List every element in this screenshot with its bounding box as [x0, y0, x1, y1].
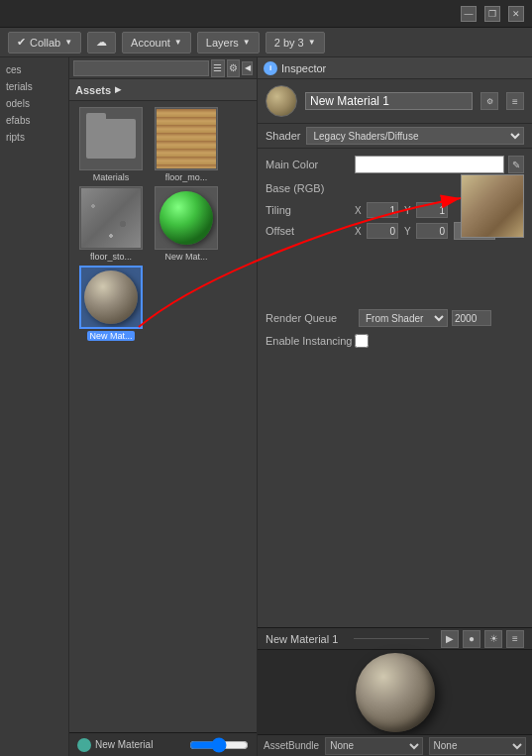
- inspector-body: Main Color ✎ Base (RGB) Tiling X: [258, 149, 532, 627]
- base-rgb-label: Base (RGB): [266, 182, 355, 194]
- base-rgb-section: Base (RGB) Tiling X Y Offset: [266, 178, 524, 240]
- assets-collapse-button[interactable]: ◀: [242, 61, 253, 75]
- inspector-panel: i Inspector ⚙ ≡ Shader Legacy Shaders/Di…: [258, 57, 532, 756]
- render-queue-label: Render Queue: [266, 312, 355, 324]
- sphere-green-icon: [160, 191, 213, 245]
- layout-arrow-icon: ▼: [308, 38, 316, 47]
- zoom-slider[interactable]: [189, 737, 249, 753]
- main-color-label: Main Color: [266, 159, 355, 170]
- inspector-header: i Inspector: [258, 57, 532, 79]
- new-material-icon: [77, 738, 91, 752]
- asset-label: New Mat...: [164, 252, 207, 262]
- layout-button[interactable]: 2 by 3 ▼: [266, 32, 325, 54]
- asset-thumb-green-sphere: [155, 186, 218, 250]
- asset-thumb-stone: [79, 186, 143, 250]
- toolbar: ✔ Collab ▼ ☁ Account ▼ Layers ▼ 2 by 3 ▼: [0, 28, 532, 57]
- sun-button[interactable]: ☀: [484, 630, 502, 648]
- material-inspect-button[interactable]: ⚙: [480, 92, 498, 110]
- left-sidebar: ces terials odels efabs ripts: [0, 57, 69, 756]
- inspector-header-label: Inspector: [281, 62, 326, 74]
- wood-texture-icon: [157, 109, 216, 168]
- asset-label: Materials: [93, 172, 130, 182]
- enable-instancing-label: Enable Instancing: [266, 335, 355, 347]
- asset-bundle-label: AssetBundle: [264, 740, 319, 751]
- sidebar-item-models[interactable]: odels: [0, 95, 68, 112]
- list-item[interactable]: New Mat...: [151, 186, 222, 262]
- layers-button[interactable]: Layers ▼: [197, 32, 260, 54]
- assets-expand-icon: ▶: [115, 85, 121, 94]
- assets-panel: ☰ ⚙ ◀ Assets ▶ Materials floor_mo...: [69, 57, 258, 756]
- collab-button[interactable]: ✔ Collab ▼: [8, 32, 81, 54]
- preview-controls: ▶ ● ☀ ≡: [441, 630, 524, 648]
- sidebar-item-materials[interactable]: terials: [0, 78, 68, 95]
- asset-bundle-select1[interactable]: None: [325, 737, 422, 755]
- list-item[interactable]: floor_mo...: [151, 107, 222, 182]
- offset-y-label: Y: [404, 226, 414, 237]
- dot-button[interactable]: ●: [463, 630, 480, 648]
- texture-preview[interactable]: [461, 174, 524, 238]
- asset-bundle-bar: AssetBundle None None: [258, 734, 532, 756]
- tiling-y-label: Y: [404, 205, 414, 216]
- sidebar-item-prefabs[interactable]: efabs: [0, 112, 68, 129]
- cloud-icon: ☁: [96, 36, 107, 49]
- render-queue-select[interactable]: From Shader: [359, 309, 448, 327]
- tiling-x-input[interactable]: [367, 202, 398, 218]
- account-button[interactable]: Account ▼: [122, 32, 191, 54]
- assets-filter-button[interactable]: ☰: [211, 59, 225, 77]
- offset-x-input[interactable]: [367, 223, 398, 239]
- preview-body: [258, 650, 532, 734]
- assets-search-input[interactable]: [73, 60, 209, 76]
- collab-icon: ✔: [17, 36, 26, 49]
- asset-label-selected: New Mat...: [87, 331, 134, 341]
- material-preview-icon: [266, 85, 297, 117]
- asset-thumb-wood: [155, 107, 218, 170]
- layers-arrow-icon: ▼: [243, 38, 251, 47]
- cloud-button[interactable]: ☁: [87, 32, 116, 54]
- new-material-label: New Material: [95, 739, 153, 750]
- preview-divider: [354, 638, 430, 639]
- preview-title: New Material 1: [266, 633, 342, 645]
- assets-settings-button[interactable]: ⚙: [227, 59, 241, 77]
- main-layout: ces terials odels efabs ripts ☰ ⚙ ◀ Asse…: [0, 57, 532, 756]
- shader-row: Shader Legacy Shaders/Diffuse: [258, 124, 532, 149]
- preview-panel: New Material 1 ▶ ● ☀ ≡ AssetBundle None: [258, 627, 532, 756]
- tiling-label: Tiling: [266, 204, 355, 216]
- list-item[interactable]: floor_sto...: [75, 186, 147, 262]
- sphere-preview-large: [356, 653, 435, 732]
- inspector-icon: i: [264, 61, 277, 75]
- collab-arrow-icon: ▼: [64, 38, 72, 47]
- asset-bundle-select2[interactable]: None: [429, 737, 526, 755]
- asset-label: floor_mo...: [165, 172, 208, 182]
- tiling-y-input[interactable]: [416, 202, 448, 218]
- offset-x-label: X: [355, 226, 365, 237]
- offset-y-input[interactable]: [416, 223, 448, 239]
- list-item[interactable]: Materials: [75, 107, 147, 182]
- material-title-bar: ⚙ ≡: [258, 79, 532, 124]
- sidebar-item-scripts[interactable]: ripts: [0, 129, 68, 146]
- shader-label: Shader: [266, 130, 300, 142]
- minimize-button[interactable]: —: [461, 6, 477, 22]
- assets-grid: Materials floor_mo... floor_sto...: [69, 101, 257, 732]
- list-item[interactable]: New Mat...: [75, 266, 147, 341]
- material-name-input[interactable]: [305, 92, 473, 110]
- zoom-slider-container: [189, 737, 249, 753]
- enable-instancing-row: Enable Instancing: [266, 331, 524, 351]
- enable-instancing-checkbox[interactable]: [355, 334, 369, 348]
- menu-button[interactable]: ≡: [506, 630, 524, 648]
- render-queue-num-input[interactable]: [452, 310, 491, 326]
- title-bar: — ❐ ✕: [0, 0, 532, 28]
- material-menu-button[interactable]: ≡: [506, 92, 524, 110]
- play-button[interactable]: ▶: [441, 630, 459, 648]
- close-button[interactable]: ✕: [508, 6, 524, 22]
- asset-thumb-materials: [79, 107, 143, 170]
- shader-select[interactable]: Legacy Shaders/Diffuse: [306, 127, 524, 145]
- folder-icon: [86, 119, 136, 159]
- pencil-button[interactable]: ✎: [508, 156, 524, 173]
- sidebar-item-scenes[interactable]: ces: [0, 61, 68, 78]
- main-color-row: Main Color ✎: [266, 155, 524, 174]
- maximize-button[interactable]: ❐: [484, 6, 500, 22]
- assets-bottom-bar: New Material: [69, 732, 257, 756]
- sphere-stone-icon: [84, 270, 138, 324]
- main-color-swatch[interactable]: [355, 156, 504, 173]
- stone-texture-icon: [81, 188, 141, 248]
